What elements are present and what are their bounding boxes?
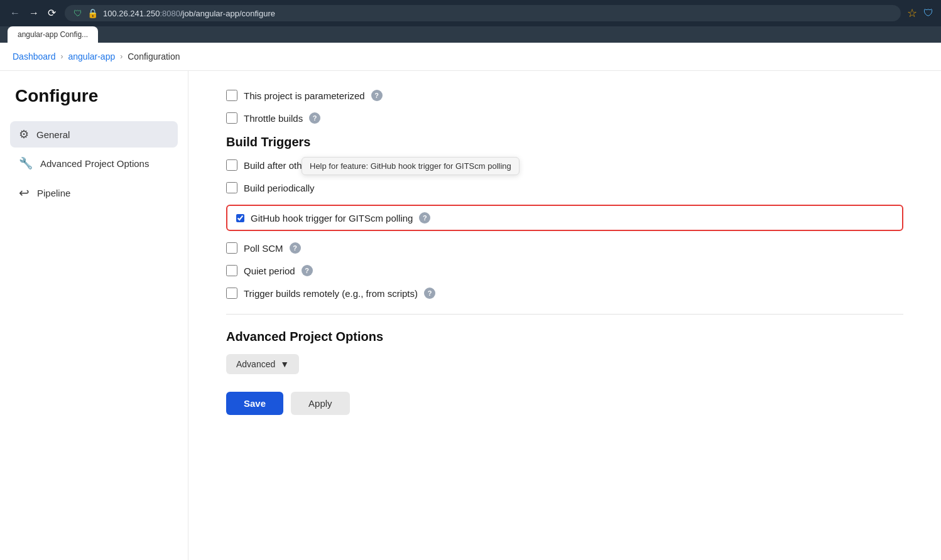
trigger-remotely-help-btn[interactable]: ? xyxy=(424,288,435,299)
page: Dashboard › angular-app › Configuration … xyxy=(0,43,941,560)
page-title: Configure xyxy=(10,86,178,106)
build-periodically-row: Build periodically Help for feature: Git… xyxy=(226,182,903,193)
build-after-label: Build after other projects are built xyxy=(244,160,382,171)
content-area: This project is parameterized ? Throttle… xyxy=(188,71,941,560)
parameterized-label: This project is parameterized xyxy=(244,90,365,101)
save-button[interactable]: Save xyxy=(226,392,283,415)
breadcrumb-angular-app[interactable]: angular-app xyxy=(68,51,116,62)
nav-buttons: ← → ⟳ xyxy=(8,6,58,21)
browser-tab-bar: angular-app Config... xyxy=(0,26,941,43)
breadcrumb: Dashboard › angular-app › Configuration xyxy=(0,43,941,71)
poll-scm-label: Poll SCM xyxy=(244,243,283,254)
parameterized-help-btn[interactable]: ? xyxy=(371,90,383,101)
bookmark-icon[interactable]: ☆ xyxy=(907,6,917,20)
throttle-builds-label: Throttle builds xyxy=(244,113,303,124)
build-triggers-title: Build Triggers xyxy=(226,135,903,149)
browser-toolbar: ← → ⟳ 🛡 🔒 100.26.241.250:8080/job/angula… xyxy=(0,0,941,26)
throttle-builds-row: Throttle builds ? xyxy=(226,112,903,124)
parameterized-row: This project is parameterized ? xyxy=(226,90,903,101)
shield-icon: 🛡 xyxy=(73,8,82,18)
gear-icon: ⚙ xyxy=(19,127,29,141)
pipeline-icon: ↩ xyxy=(19,185,30,200)
apply-button[interactable]: Apply xyxy=(291,392,350,415)
build-periodically-checkbox[interactable] xyxy=(226,182,237,193)
breadcrumb-dashboard[interactable]: Dashboard xyxy=(13,51,56,62)
advanced-dropdown-button[interactable]: Advanced ▼ xyxy=(226,354,299,374)
trigger-remotely-label: Trigger builds remotely (e.g., from scri… xyxy=(244,288,418,299)
quiet-period-checkbox[interactable] xyxy=(226,265,237,276)
build-after-checkbox[interactable] xyxy=(226,159,237,171)
back-button[interactable]: ← xyxy=(8,6,23,21)
chevron-down-icon: ▼ xyxy=(280,359,289,369)
address-bar[interactable]: 🛡 🔒 100.26.241.250:8080/job/angular-app/… xyxy=(65,5,901,21)
quiet-period-row: Quiet period ? xyxy=(226,265,903,276)
sidebar-item-pipeline-label: Pipeline xyxy=(37,188,70,198)
parameterized-checkbox[interactable] xyxy=(226,90,237,101)
wrench-icon: 🔧 xyxy=(19,156,33,170)
build-after-help-btn[interactable]: ? xyxy=(388,159,400,171)
poll-scm-help-btn[interactable]: ? xyxy=(290,242,301,254)
lock-icon: 🔒 xyxy=(87,8,98,18)
sidebar-item-pipeline[interactable]: ↩ Pipeline xyxy=(10,179,178,207)
advanced-dropdown-label: Advanced xyxy=(236,359,275,369)
breadcrumb-sep-1: › xyxy=(61,52,63,61)
reload-button[interactable]: ⟳ xyxy=(45,6,58,21)
sidebar-item-advanced-project-options[interactable]: 🔧 Advanced Project Options xyxy=(10,150,178,176)
sidebar-item-general-label: General xyxy=(36,129,70,140)
sidebar: Configure ⚙ General 🔧 Advanced Project O… xyxy=(0,71,188,560)
extension-icon[interactable]: 🛡 xyxy=(923,8,933,19)
browser-tab[interactable]: angular-app Config... xyxy=(8,26,98,43)
action-buttons: Save Apply xyxy=(226,392,903,415)
url-display: 100.26.241.250:8080/job/angular-app/conf… xyxy=(103,9,275,18)
trigger-remotely-row: Trigger builds remotely (e.g., from scri… xyxy=(226,288,903,299)
main-layout: Configure ⚙ General 🔧 Advanced Project O… xyxy=(0,71,941,560)
github-hook-label: GitHub hook trigger for GITScm polling xyxy=(251,213,413,223)
throttle-builds-help-btn[interactable]: ? xyxy=(309,112,320,124)
breadcrumb-sep-2: › xyxy=(120,52,122,61)
breadcrumb-current: Configuration xyxy=(128,51,180,62)
sidebar-item-general[interactable]: ⚙ General xyxy=(10,121,178,148)
poll-scm-row: Poll SCM ? xyxy=(226,242,903,254)
trigger-remotely-checkbox[interactable] xyxy=(226,288,237,299)
throttle-builds-checkbox[interactable] xyxy=(226,112,237,124)
github-hook-checkbox[interactable] xyxy=(236,214,244,222)
poll-scm-checkbox[interactable] xyxy=(226,242,237,254)
advanced-project-options-title: Advanced Project Options xyxy=(226,330,903,344)
github-hook-row[interactable]: GitHub hook trigger for GITScm polling ? xyxy=(226,205,903,231)
quiet-period-label: Quiet period xyxy=(244,266,295,276)
github-hook-help-btn[interactable]: ? xyxy=(419,212,430,223)
quiet-period-help-btn[interactable]: ? xyxy=(302,265,313,276)
build-periodically-label: Build periodically xyxy=(244,183,315,193)
sidebar-item-advanced-label: Advanced Project Options xyxy=(40,158,149,169)
browser-chrome: ← → ⟳ 🛡 🔒 100.26.241.250:8080/job/angula… xyxy=(0,0,941,43)
build-after-row: Build after other projects are built ? xyxy=(226,159,903,171)
forward-button[interactable]: → xyxy=(26,6,41,21)
section-divider xyxy=(226,314,903,315)
